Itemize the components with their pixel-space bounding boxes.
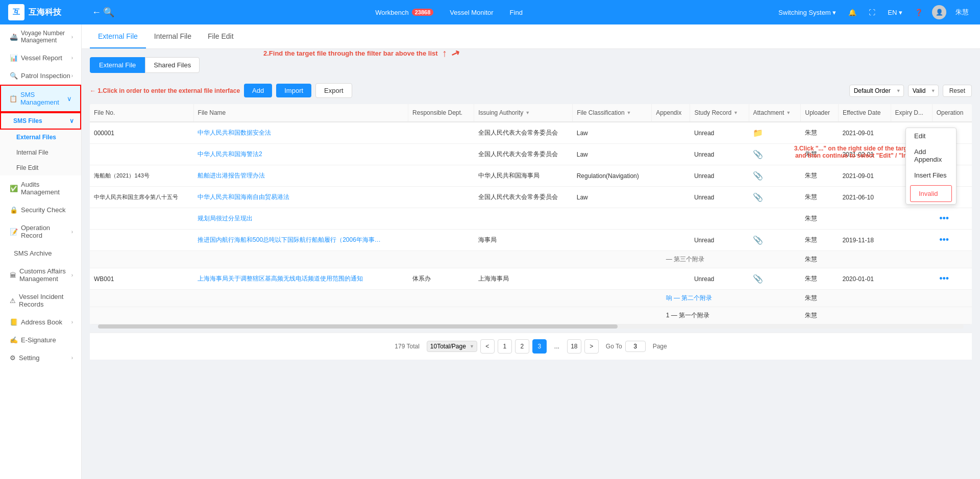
th-attachment[interactable]: Attachment (749, 104, 801, 122)
files-table: File No. File Name Responsible Dept. Iss… (90, 104, 972, 324)
language-selector[interactable]: EN ▾ (885, 8, 905, 17)
dropdown-add-appendix[interactable]: Add Appendix (906, 144, 956, 167)
page-btn-1[interactable]: 1 (498, 339, 512, 354)
cell-effective-date (838, 208, 891, 230)
cell-study-record: Unread (690, 187, 749, 208)
cell-classification (573, 230, 652, 251)
nav-vessel-monitor[interactable]: Vessel Monitor (444, 7, 499, 18)
sidebar-item-operation-record[interactable]: 📝 Operation Record › (0, 219, 81, 244)
sidebar-item-file-edit[interactable]: File Edit (0, 160, 81, 175)
reset-button[interactable]: Reset (943, 85, 972, 97)
file-name-link[interactable]: 上海海事局关于调整辖区基高频无线电话频道使用范围的通知 (198, 275, 363, 282)
shared-files-subbtn[interactable]: Shared Files (145, 57, 200, 73)
notification-bell[interactable]: 🔔 (845, 8, 860, 17)
sub-file-link[interactable]: 响 — 第二个附录 (656, 294, 713, 301)
page-tabs: External File Internal File File Edit (82, 24, 980, 49)
tab-internal-file[interactable]: Internal File (146, 25, 200, 48)
cell-dept (408, 208, 474, 230)
tab-file-edit[interactable]: File Edit (200, 25, 242, 48)
cell-effective-date: 2021-06-10 (838, 187, 891, 208)
page-size-select[interactable]: 10Total/Page (427, 341, 477, 352)
default-order-select[interactable]: Default Order (849, 85, 904, 97)
goto-input[interactable] (625, 341, 646, 352)
user-name[interactable]: 朱慧 (952, 7, 972, 18)
sidebar-item-sms[interactable]: 📋 SMS Management ∨ (0, 85, 81, 112)
dropdown-insert-files[interactable]: Insert Files (906, 167, 956, 183)
sidebar-item-security-check[interactable]: 🔒 Security Check (0, 201, 81, 219)
dots-menu-btn[interactable]: ••• (936, 272, 952, 285)
file-name-link[interactable]: 推进国内航行海船和500总吨以下国际航行船舶履行（2006年海事… (198, 236, 381, 243)
th-study-record[interactable]: Study Record (690, 104, 749, 122)
cell-appendix (652, 122, 690, 144)
sidebar-sub-sms-files[interactable]: SMS Files ∨ (0, 112, 81, 130)
switching-system[interactable]: Switching System ▾ (775, 8, 839, 17)
sms-arrow: ∨ (67, 95, 72, 103)
sidebar-item-external-files[interactable]: External Files (0, 130, 81, 145)
pagination-total: 179 Total (395, 343, 420, 350)
table-row: 000001 中华人民共和国数据安全法 全国人民代表大会常务委员会 Law Un… (90, 122, 972, 144)
sidebar-item-customs[interactable]: 🏛 Customs Affairs Management › (0, 262, 81, 288)
cell-dept (408, 230, 474, 251)
cell-attachment: 📎 (749, 165, 801, 187)
page-next-btn[interactable]: > (584, 339, 599, 354)
external-file-subbtn[interactable]: External File (90, 57, 145, 73)
cell-sub-uploader: 朱慧 (801, 251, 839, 268)
default-order-wrapper: Default Order (849, 85, 904, 97)
cell-file-no: 中华人民共和国主席令第八十五号 (90, 187, 193, 208)
sidebar: 🚢 Voyage NumberManagement › 📊 Vessel Rep… (0, 24, 82, 479)
nav-search-icon[interactable]: 🔍 (103, 7, 114, 18)
sub-file-label: 1 — 第一个附录 (656, 312, 709, 319)
nav-back-icon[interactable]: ← (92, 7, 101, 18)
cell-dept (408, 144, 474, 165)
help-btn[interactable]: ❓ (912, 8, 926, 17)
th-file-classification[interactable]: File Classification (573, 104, 652, 122)
file-name-link[interactable]: 规划局很过分呈现出 (198, 215, 253, 222)
cell-file-name: 船舶进出港报告管理办法 (193, 165, 408, 187)
file-name-link[interactable]: 中华人民共和国数据安全法 (198, 129, 271, 136)
sidebar-item-voyage[interactable]: 🚢 Voyage NumberManagement › (0, 24, 81, 49)
page-btn-3[interactable]: 3 (532, 339, 547, 354)
sidebar-item-sms-archive[interactable]: SMS Archive (0, 244, 81, 262)
sidebar-item-e-signature[interactable]: ✍ E-Signature (0, 331, 81, 349)
import-button[interactable]: Import (276, 84, 311, 97)
dots-menu-btn[interactable]: ••• (936, 234, 952, 246)
avatar[interactable]: 👤 (932, 5, 946, 19)
sidebar-item-patrol[interactable]: 🔍 Patrol Inspection › (0, 67, 81, 85)
sidebar-item-vessel-incident[interactable]: ⚠ Vessel Incident Records (0, 288, 81, 313)
sidebar-item-address-book[interactable]: 📒 Address Book › (0, 313, 81, 331)
nav-workbench[interactable]: Workbench 23868 (369, 7, 439, 18)
th-issuing-authority[interactable]: Issuing Authority (474, 104, 573, 122)
cell-issuing: 上海海事局 (474, 268, 573, 290)
cell-file-no: 000001 (90, 122, 193, 144)
tab-external-file[interactable]: External File (90, 25, 146, 48)
sidebar-item-vessel-report[interactable]: 📊 Vessel Report › (0, 49, 81, 67)
page-prev-btn[interactable]: < (480, 339, 495, 354)
cell-file-name: 规划局很过分呈现出 (193, 208, 408, 230)
export-button[interactable]: Export (315, 83, 352, 98)
horizontal-scrollbar[interactable] (98, 324, 964, 329)
add-button[interactable]: Add (244, 84, 272, 97)
file-name-link[interactable]: 船舶进出港报告管理办法 (198, 172, 265, 179)
sidebar-item-internal-file[interactable]: Internal File (0, 145, 81, 160)
file-name-link[interactable]: 中华人民共和国海南自由贸易港法 (198, 193, 289, 200)
dropdown-edit[interactable]: Edit (906, 128, 956, 144)
scrollbar-thumb[interactable] (98, 324, 618, 329)
file-name-link[interactable]: 中华人民共和国海警法2 (198, 150, 262, 158)
valid-select[interactable]: Valid (908, 85, 939, 97)
operation-arrow: › (71, 229, 73, 235)
dropdown-invalid[interactable]: Invalid (910, 185, 952, 202)
cell-classification: Law (573, 122, 652, 144)
page-btn-18[interactable]: 18 (567, 339, 581, 354)
voyage-icon: 🚢 (10, 33, 18, 41)
sidebar-item-setting[interactable]: ⚙ Setting › (0, 349, 81, 367)
cell-effective-date: 2019-11-18 (838, 230, 891, 251)
address-arrow: › (71, 319, 73, 325)
dots-menu-btn[interactable]: ••• (936, 212, 952, 225)
nav-find[interactable]: Find (504, 7, 529, 18)
cell-issuing: 全国人民代表大会常务委员会 (474, 187, 573, 208)
fullscreen-btn[interactable]: ⛶ (866, 8, 878, 17)
cell-file-name: 中华人民共和国数据安全法 (193, 122, 408, 144)
sidebar-item-audits[interactable]: ✅ Audits Management (0, 175, 81, 201)
page-btn-2[interactable]: 2 (515, 339, 529, 354)
cell-issuing: 海事局 (474, 230, 573, 251)
